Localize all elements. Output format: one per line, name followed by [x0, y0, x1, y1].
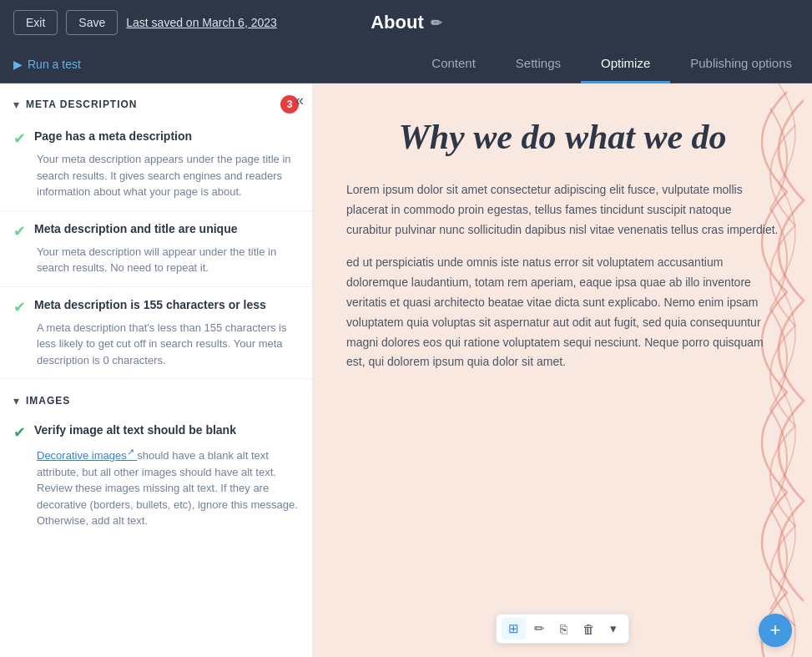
check-item-desc-alt: Decorative images↗ should have a blank a…: [37, 445, 299, 529]
edit-title-icon[interactable]: ✏: [431, 15, 441, 31]
check-item-desc-3: A meta description that's less than 155 …: [37, 320, 299, 369]
check-item-title-3: Meta description is 155 characters or le…: [34, 297, 266, 314]
check-item-desc: Your meta description appears under the …: [37, 151, 299, 200]
collapse-sidebar-button[interactable]: «: [295, 92, 304, 109]
preview-toolbar: ⊞ ✏ ⎘ 🗑 ▾: [496, 614, 629, 644]
chevron-down-icon-toolbar: ▾: [610, 621, 617, 636]
meta-description-title: META DESCRIPTION: [26, 99, 137, 110]
chevron-down-icon: ▾: [13, 98, 19, 111]
divider: [0, 210, 312, 211]
exit-button[interactable]: Exit: [13, 10, 58, 35]
tab-content[interactable]: Content: [411, 45, 496, 83]
content-pane: Why we do what we do Lorem ipsum dolor s…: [313, 83, 812, 657]
run-test-label: Run a test: [28, 58, 81, 71]
trash-icon: 🗑: [583, 622, 595, 636]
topbar-center: About ✏: [371, 12, 441, 33]
decorative-images-link[interactable]: Decorative images↗: [37, 449, 137, 462]
tab-optimize[interactable]: Optimize: [581, 45, 670, 83]
last-saved-label[interactable]: Last saved on March 6, 2023: [126, 16, 277, 29]
page-body: Lorem ipsum dolor sit amet consectetur a…: [346, 180, 779, 372]
check-pass-solid-icon: ✔: [13, 423, 26, 442]
meta-description-section-header[interactable]: ▾ META DESCRIPTION 3: [0, 83, 312, 122]
check-pass-icon: ✔: [13, 129, 26, 148]
edit-toolbar-button[interactable]: ✏: [527, 618, 552, 639]
check-item-desc-2: Your meta description will appear under …: [37, 244, 299, 276]
run-test-button[interactable]: ▶ Run a test: [13, 58, 81, 71]
layout-icon: ⊞: [508, 621, 519, 636]
tabs-container: Content Settings Optimize Publishing opt…: [411, 45, 812, 83]
images-title: IMAGES: [26, 395, 70, 407]
check-pass-icon-2: ✔: [13, 222, 26, 240]
main-layout: « ▾ META DESCRIPTION 3 ✔ Page has a meta…: [0, 83, 812, 657]
external-link-icon: ↗: [127, 447, 134, 457]
check-item-title: Page has a meta description: [34, 129, 192, 145]
divider-3: [0, 378, 312, 379]
pencil-icon: ✏: [534, 621, 545, 636]
save-button[interactable]: Save: [66, 10, 118, 35]
tab-publishing-options[interactable]: Publishing options: [670, 45, 812, 83]
divider-2: [0, 286, 312, 287]
check-item-meta-description: ✔ Page has a meta description Your meta …: [0, 122, 312, 207]
images-section: ▾ IMAGES ✔ Verify image alt text should …: [0, 382, 312, 536]
check-item-title-2: Meta description and title are unique: [34, 221, 237, 238]
topbar-left: Exit Save Last saved on March 6, 2023: [13, 10, 277, 35]
images-section-header[interactable]: ▾ IMAGES: [0, 382, 312, 416]
play-icon: ▶: [13, 58, 23, 71]
check-pass-icon-3: ✔: [13, 298, 26, 316]
page-paragraph-2: ed ut perspiciatis unde omnis iste natus…: [346, 253, 779, 372]
page-preview: Why we do what we do Lorem ipsum dolor s…: [313, 83, 812, 657]
copy-toolbar-button[interactable]: ⎘: [553, 619, 574, 639]
delete-toolbar-button[interactable]: 🗑: [576, 619, 602, 639]
nav-tabs: ▶ Run a test Content Settings Optimize P…: [0, 45, 812, 83]
sidebar: « ▾ META DESCRIPTION 3 ✔ Page has a meta…: [0, 83, 313, 657]
check-item-title-alt: Verify image alt text should be blank: [34, 422, 236, 439]
check-item-length: ✔ Meta description is 155 characters or …: [0, 291, 312, 376]
page-heading: Why we do what we do: [346, 117, 779, 157]
more-toolbar-button[interactable]: ▾: [603, 618, 623, 639]
layout-toolbar-button[interactable]: ⊞: [502, 618, 526, 639]
chevron-down-icon-2: ▾: [13, 394, 19, 407]
copy-icon: ⎘: [560, 622, 567, 636]
page-title: About: [371, 12, 424, 33]
check-item-unique: ✔ Meta description and title are unique …: [0, 215, 312, 283]
add-section-button[interactable]: +: [759, 614, 792, 647]
tab-settings[interactable]: Settings: [496, 45, 581, 83]
page-paragraph-1: Lorem ipsum dolor sit amet consectetur a…: [346, 180, 779, 240]
check-item-alt-text: ✔ Verify image alt text should be blank …: [0, 416, 312, 536]
topbar: Exit Save Last saved on March 6, 2023 Ab…: [0, 0, 812, 45]
